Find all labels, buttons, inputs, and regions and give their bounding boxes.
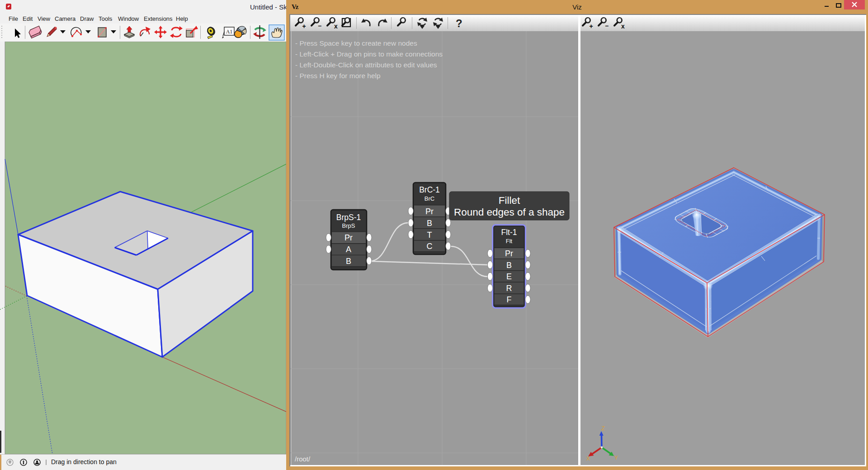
svg-text:/root/: /root/ [295,455,311,463]
svg-text:+: + [590,23,593,30]
svg-text:A1: A1 [226,28,233,35]
svg-text:T: T [427,230,432,240]
svg-text:- Left-Double-Click on attribu: - Left-Double-Click on attributes to edi… [295,61,437,69]
svg-text:–: – [605,22,609,29]
svg-text:Flt-1: Flt-1 [501,228,517,237]
svg-text:Pr: Pr [425,207,434,216]
svg-text:C: C [427,242,433,251]
svg-text:+: + [302,23,306,30]
svg-text:BrpS: BrpS [342,222,355,229]
svg-text:B: B [346,257,351,266]
svg-text:Fillet: Fillet [499,195,520,206]
svg-text:Z: Z [601,425,605,432]
svg-text:- Press Space key to create ne: - Press Space key to create new nodes [295,39,417,47]
svg-text:Flt: Flt [506,238,513,244]
svg-text:BrC: BrC [425,195,434,202]
svg-text:BrC-1: BrC-1 [419,185,440,194]
svg-text:Y: Y [614,455,618,461]
svg-text:- Press H key for more help: - Press H key for more help [295,72,381,80]
svg-text:Pr: Pr [344,233,353,242]
svg-text:BrpS-1: BrpS-1 [336,213,361,222]
svg-text:B: B [506,261,512,270]
svg-text:X: X [586,456,590,462]
svg-text:?: ? [456,17,462,29]
svg-text:- Left-Click + Drag on pins to: - Left-Click + Drag on pins to make conn… [295,50,443,58]
svg-text:B: B [427,219,432,228]
svg-text:E: E [506,272,512,281]
svg-text:R: R [506,284,512,293]
svg-text:–: – [318,22,322,29]
svg-text:A: A [346,245,351,254]
svg-text:Pr: Pr [505,249,513,258]
svg-text:x: x [334,23,338,30]
svg-text:Round edges of a shape: Round edges of a shape [454,207,565,218]
svg-text:x: x [621,23,625,30]
svg-text:F: F [507,295,512,304]
